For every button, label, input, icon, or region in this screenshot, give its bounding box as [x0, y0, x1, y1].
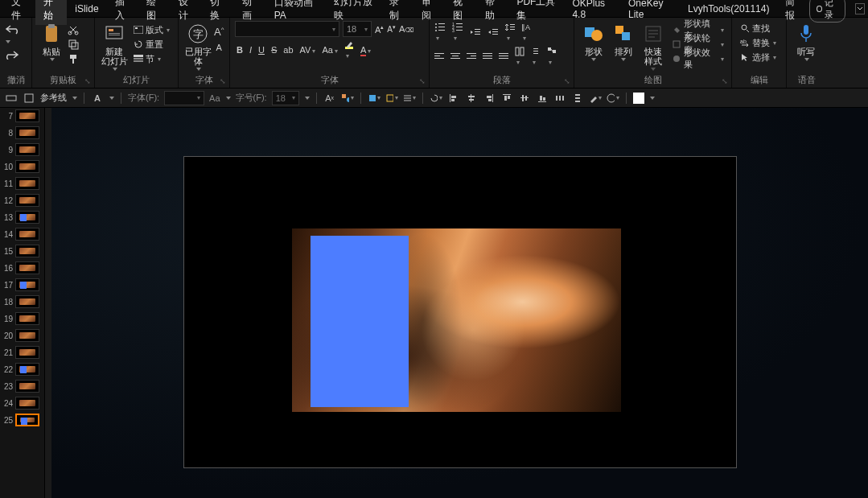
sub-color-white-swatch[interactable] [633, 93, 644, 104]
sub-shape-gallery-icon[interactable] [341, 92, 354, 105]
reset-button[interactable]: 重置 [130, 37, 166, 51]
copy-icon[interactable] [68, 39, 79, 50]
font-family-combo[interactable] [235, 21, 339, 37]
select-button[interactable]: 选择 [737, 50, 779, 64]
thumbnail-21[interactable]: 21 [0, 344, 44, 360]
strike-button[interactable]: S [271, 45, 277, 55]
shrink-font-icon[interactable]: A▾ [387, 24, 396, 34]
dictate-button[interactable]: 听写 [792, 21, 821, 63]
menu-lvyh[interactable]: LvyhTools(201114) [680, 1, 777, 17]
thumbnail-23[interactable]: 23 [0, 378, 44, 394]
sub-distribute-v-icon[interactable] [571, 92, 584, 105]
thumbnail-22[interactable]: 22 [0, 361, 44, 377]
line-spacing-icon[interactable] [505, 23, 515, 42]
indent-inc-icon[interactable] [487, 27, 499, 37]
cut-icon[interactable] [68, 24, 79, 35]
ruler-toggle-icon[interactable] [5, 92, 18, 105]
thumbnail-25[interactable]: 25 [0, 412, 44, 428]
thumbnail-20[interactable]: 20 [0, 327, 44, 344]
thumbnail-11[interactable]: 11 [0, 175, 44, 191]
slide-canvas[interactable] [51, 108, 868, 498]
find-button[interactable]: 查找 [737, 21, 772, 35]
arrange-button[interactable]: 排列 [609, 21, 637, 63]
paste-button[interactable]: 粘贴 [37, 21, 66, 63]
align-left-icon[interactable] [434, 52, 444, 60]
numbering-button[interactable]: 123 [452, 23, 463, 42]
columns-icon[interactable] [515, 47, 525, 66]
clipboard-launcher-icon[interactable]: ⤡ [84, 77, 91, 85]
sub-line-style-icon[interactable] [403, 92, 416, 105]
sub-quick-style-icon[interactable] [607, 92, 619, 105]
font-size-combo[interactable]: 18 [343, 21, 372, 37]
thumbnail-12[interactable]: 12 [0, 192, 44, 208]
thumbnail-10[interactable]: 10 [0, 158, 44, 175]
thumbnail-9[interactable]: 9 [0, 142, 44, 158]
bold-button[interactable]: B [237, 45, 243, 55]
decrease-font-icon[interactable]: A [216, 43, 222, 52]
blue-rectangle-shape[interactable] [311, 236, 409, 407]
drawing-launcher-icon[interactable]: ⤡ [722, 77, 728, 85]
thumbnail-7[interactable]: 7 [0, 108, 44, 124]
thumb-scrollbar[interactable] [45, 108, 51, 498]
sub-align-middle-icon[interactable] [518, 92, 531, 105]
smartart-icon[interactable] [547, 47, 557, 66]
text-direction-icon[interactable]: ‖A [521, 23, 531, 42]
change-case-button[interactable]: Aa [322, 45, 337, 55]
sub-align-left-icon[interactable] [447, 92, 460, 105]
thumbnail-17[interactable]: 17 [0, 277, 44, 293]
distribute-icon[interactable] [499, 52, 508, 60]
sub-align-top-icon[interactable] [500, 92, 513, 105]
increase-font-icon[interactable]: A^ [214, 26, 224, 38]
thumbnail-19[interactable]: 19 [0, 311, 44, 327]
sub-clear-icon[interactable]: Ax [323, 92, 336, 105]
current-slide[interactable] [183, 156, 737, 468]
underline-button[interactable]: U [258, 45, 265, 55]
used-font-button[interactable]: 字 已用字 体 [183, 21, 212, 72]
sub-shape-fill-icon[interactable] [368, 92, 381, 105]
redo-button[interactable] [5, 50, 19, 60]
sub-font-combo[interactable] [164, 91, 204, 105]
section-button[interactable]: 节 [130, 51, 163, 66]
sub-distribute-h-icon[interactable] [553, 92, 566, 105]
grid-toggle-icon[interactable] [23, 92, 35, 105]
format-painter-icon[interactable] [68, 53, 79, 64]
bullets-button[interactable] [434, 23, 446, 42]
aa-icon[interactable]: Aa [209, 93, 220, 103]
align-right-icon[interactable] [467, 52, 476, 60]
para-launcher-icon[interactable]: ⤡ [564, 77, 570, 85]
align-justify-icon[interactable] [483, 52, 492, 60]
grow-font-icon[interactable]: A▴ [375, 24, 384, 35]
sub-rotate-icon[interactable] [430, 92, 442, 105]
thumbnail-8[interactable]: 8 [0, 125, 44, 141]
textbox-icon[interactable]: A [91, 92, 104, 105]
ribbon-collapse-icon[interactable] [855, 3, 865, 14]
thumbnail-15[interactable]: 15 [0, 243, 44, 259]
highlight-button[interactable] [344, 40, 354, 60]
layout-button[interactable]: 版式 [130, 23, 172, 37]
shadow-button[interactable]: ab [283, 45, 293, 55]
clear-format-icon[interactable]: A⌫ [399, 24, 413, 34]
shapes-button[interactable]: 形状 [579, 21, 607, 63]
menu-islide[interactable]: iSlide [67, 1, 106, 17]
sub-align-right-icon[interactable] [483, 92, 496, 105]
slide-thumbnails[interactable]: 78910111213141516171819202122232425 [0, 108, 45, 498]
sub-size-combo[interactable]: 18 [272, 91, 299, 105]
thumbnail-14[interactable]: 14 [0, 226, 44, 242]
replace-button[interactable]: ab替换 [737, 35, 779, 50]
font-color-button[interactable]: A [360, 45, 371, 55]
spacing-button[interactable]: AV [300, 45, 316, 55]
sub-align-center-h-icon[interactable] [465, 92, 478, 105]
font-launcher-icon[interactable]: ⤡ [419, 77, 426, 85]
thumbnail-18[interactable]: 18 [0, 294, 44, 310]
indent-dec-icon[interactable] [470, 27, 481, 37]
thumbnail-13[interactable]: 13 [0, 209, 44, 225]
usedfont-launcher-icon[interactable]: ⤡ [220, 77, 226, 85]
thumbnail-16[interactable]: 16 [0, 260, 44, 276]
sub-eyedropper-icon[interactable] [589, 92, 602, 105]
sub-align-bottom-icon[interactable] [536, 92, 549, 105]
undo-button[interactable] [5, 24, 21, 45]
guides-label[interactable]: 参考线 [40, 92, 67, 104]
thumbnail-24[interactable]: 24 [0, 395, 44, 411]
italic-button[interactable]: I [249, 45, 252, 55]
align-center-icon[interactable] [450, 52, 460, 60]
